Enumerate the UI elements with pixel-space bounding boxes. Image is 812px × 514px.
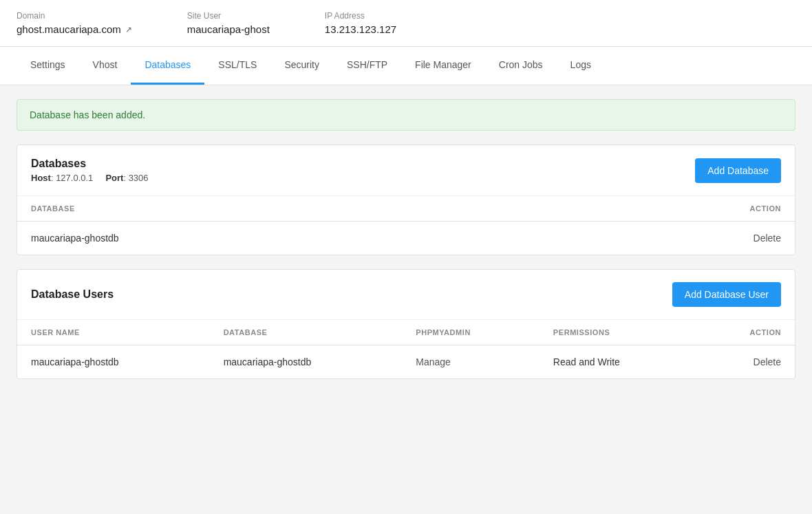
ip-address-field: IP Address 13.213.123.127 (325, 11, 396, 35)
col-user-action: ACTION (696, 320, 795, 345)
databases-meta: Host: 127.0.0.1 Port: 3306 (31, 173, 149, 183)
table-row: maucariapa-ghostdb Delete (17, 222, 795, 255)
tab-cron-jobs[interactable]: Cron Jobs (485, 47, 557, 85)
add-database-button[interactable]: Add Database (695, 158, 781, 183)
databases-table-header: DATABASE ACTION (17, 196, 795, 222)
tab-file-manager[interactable]: File Manager (401, 47, 485, 85)
phpmyadmin-cell[interactable]: Manage (402, 345, 539, 379)
host-label: Host (31, 173, 51, 183)
database-users-table-header: USER NAME DATABASE PHPMYADMIN PERMISSION… (17, 320, 795, 345)
tab-logs[interactable]: Logs (557, 47, 605, 85)
table-row: maucariapa-ghostdb maucariapa-ghostdb Ma… (17, 345, 795, 379)
manage-link[interactable]: Manage (416, 356, 451, 367)
tab-ssh-ftp[interactable]: SSH/FTP (333, 47, 401, 85)
external-link-icon[interactable]: ↗ (125, 25, 132, 34)
add-database-user-button[interactable]: Add Database User (672, 282, 781, 307)
host-value: 127.0.0.1 (56, 173, 93, 183)
tab-security[interactable]: Security (270, 47, 333, 85)
site-user-field: Site User maucariapa-ghost (187, 11, 270, 35)
delete-database-link[interactable]: Delete (754, 233, 781, 244)
domain-value: ghost.maucariapa.com (17, 23, 121, 35)
domain-label: Domain (17, 11, 132, 21)
col-action: ACTION (532, 196, 795, 222)
col-permissions: PERMISSIONS (539, 320, 697, 345)
database-users-title: Database Users (31, 288, 114, 301)
tab-settings[interactable]: Settings (17, 47, 79, 85)
databases-card-header: Databases Host: 127.0.0.1 Port: 3306 Add… (17, 145, 795, 196)
databases-card-title-section: Databases Host: 127.0.0.1 Port: 3306 (31, 158, 149, 183)
databases-table: DATABASE ACTION maucariapa-ghostdb Delet… (17, 196, 795, 255)
success-alert: Database has been added. (17, 99, 795, 131)
user-name-cell: maucariapa-ghostdb (17, 345, 210, 379)
database-action-cell: Delete (532, 222, 795, 255)
site-user-value: maucariapa-ghost (187, 23, 270, 35)
tab-ssl-tls[interactable]: SSL/TLS (204, 47, 270, 85)
database-users-card-header: Database Users Add Database User (17, 270, 795, 320)
alert-message: Database has been added. (30, 109, 145, 120)
col-database: DATABASE (17, 196, 532, 222)
delete-user-link[interactable]: Delete (754, 356, 781, 367)
database-users-card: Database Users Add Database User USER NA… (17, 269, 795, 379)
database-name-cell: maucariapa-ghostdb (17, 222, 532, 255)
domain-field: Domain ghost.maucariapa.com ↗ (17, 11, 132, 35)
port-value: 3306 (129, 173, 149, 183)
database-users-table: USER NAME DATABASE PHPMYADMIN PERMISSION… (17, 320, 795, 378)
site-user-label: Site User (187, 11, 270, 21)
col-user-name: USER NAME (17, 320, 210, 345)
col-phpmyadmin: PHPMYADMIN (402, 320, 539, 345)
user-action-cell: Delete (696, 345, 795, 379)
main-content: Database has been added. Databases Host:… (0, 85, 812, 407)
port-label: Port (105, 173, 123, 183)
databases-card: Databases Host: 127.0.0.1 Port: 3306 Add… (17, 144, 795, 255)
user-database-cell: maucariapa-ghostdb (210, 345, 403, 379)
tabs-nav: Settings Vhost Databases SSL/TLS Securit… (0, 47, 812, 85)
ip-address-label: IP Address (325, 11, 396, 21)
col-user-database: DATABASE (210, 320, 403, 345)
top-bar: Domain ghost.maucariapa.com ↗ Site User … (0, 0, 812, 47)
permissions-cell: Read and Write (539, 345, 697, 379)
tab-databases[interactable]: Databases (131, 47, 204, 85)
tab-vhost[interactable]: Vhost (79, 47, 131, 85)
databases-title: Databases (31, 158, 149, 170)
ip-address-value: 13.213.123.127 (325, 23, 396, 35)
